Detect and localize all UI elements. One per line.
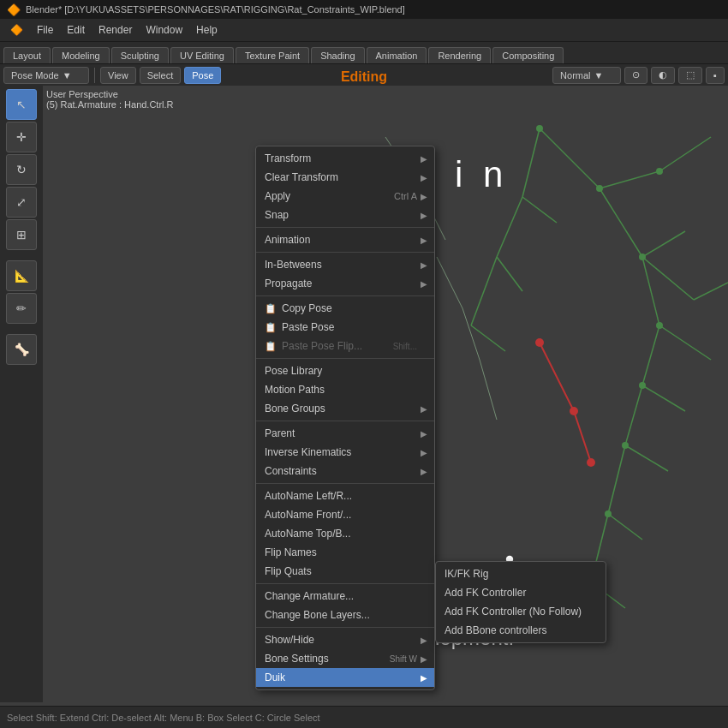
- tab-compositing[interactable]: Compositing: [492, 47, 564, 63]
- duik-submenu: IK/FK Rig Add FK Controller Add FK Contr…: [435, 561, 606, 643]
- duik-item-add-fk-no-follow[interactable]: Add FK Controller (No Follow): [436, 602, 606, 621]
- menu-divider-1: [256, 227, 434, 228]
- menu-bone-settings[interactable]: Bone Settings Shift W ▶: [256, 649, 434, 668]
- menu-flip-names[interactable]: Flip Names: [256, 543, 434, 562]
- menu-autoname-tb[interactable]: AutoName Top/B...: [256, 524, 434, 543]
- workspace-tabs: Layout Modeling Sculpting UV Editing Tex…: [0, 41, 728, 63]
- duik-item-add-fk[interactable]: Add FK Controller: [436, 583, 606, 602]
- menu-motion-paths[interactable]: Motion Paths: [256, 380, 434, 399]
- measure-tool-btn[interactable]: 📐: [6, 260, 37, 291]
- menu-snap[interactable]: Snap ▶: [256, 206, 434, 224]
- menu-bar: 🔶 File Edit Render Window Help: [0, 19, 728, 41]
- menu-clear-transform[interactable]: Clear Transform ▶: [256, 168, 434, 187]
- viewport-header: User Perspective (5) Rat.Armature : Hand…: [46, 89, 174, 110]
- editing-mode-indicator: Editing: [341, 69, 387, 85]
- menu-constraints[interactable]: Constraints ▶: [256, 462, 434, 480]
- pose-mode-btn[interactable]: Pose Mode ▼: [3, 67, 89, 84]
- toolbar-sep-1: [94, 68, 95, 83]
- svg-point-35: [535, 338, 544, 347]
- select-tool-btn[interactable]: ↖: [6, 89, 37, 120]
- menu-change-armature-layers[interactable]: Change Armature...: [256, 587, 434, 606]
- menu-paste-pose-flipped[interactable]: 📋 Paste Pose Flip... Shift...: [256, 337, 434, 355]
- menu-divider-3: [256, 295, 434, 296]
- menu-render[interactable]: Render: [92, 22, 139, 38]
- menu-autoname-fb[interactable]: AutoName Front/...: [256, 505, 434, 524]
- transform-tool-btn[interactable]: ⊞: [6, 219, 37, 250]
- normal-btn[interactable]: Normal ▼: [552, 67, 621, 84]
- duik-item-ikfk-rig[interactable]: IK/FK Rig: [436, 564, 606, 583]
- svg-point-28: [656, 322, 663, 329]
- menu-animation[interactable]: Animation ▶: [256, 230, 434, 249]
- view-btn[interactable]: View: [100, 67, 136, 84]
- select-btn[interactable]: Select: [140, 67, 182, 84]
- menu-divider-5: [256, 421, 434, 421]
- tab-uv-editing[interactable]: UV Editing: [170, 47, 234, 63]
- menu-edit[interactable]: Edit: [60, 22, 92, 38]
- object-label: (5) Rat.Armature : Hand.Ctrl.R: [46, 99, 174, 110]
- menu-autoname-lr[interactable]: AutoName Left/R...: [256, 486, 434, 505]
- tab-animation[interactable]: Animation: [367, 47, 427, 63]
- tab-shading[interactable]: Shading: [311, 47, 364, 63]
- menu-bone-groups[interactable]: Bone Groups ▶: [256, 399, 434, 418]
- menu-window[interactable]: Window: [139, 22, 189, 38]
- annotate-tool-btn[interactable]: ✏: [6, 293, 37, 324]
- menu-paste-pose[interactable]: 📋 Paste Pose: [256, 318, 434, 337]
- left-sidebar: ↖ ✛ ↻ ⤢ ⊞ 📐 ✏ 🦴: [0, 86, 43, 702]
- menu-help[interactable]: Help: [189, 22, 224, 38]
- menu-flip-quats[interactable]: Flip Quats: [256, 562, 434, 581]
- menu-inverse-kinematics[interactable]: Inverse Kinematics ▶: [256, 443, 434, 462]
- tab-sculpting[interactable]: Sculpting: [111, 47, 169, 63]
- tab-modeling[interactable]: Modeling: [52, 47, 110, 63]
- menu-divider-8: [256, 627, 434, 628]
- svg-point-27: [639, 254, 646, 260]
- menu-divider-2: [256, 252, 434, 253]
- menu-blender[interactable]: 🔶: [3, 22, 30, 38]
- menu-divider-7: [256, 583, 434, 584]
- shading-btn[interactable]: ◐: [651, 67, 675, 84]
- menu-divider-6: [256, 483, 434, 484]
- perspective-label: User Perspective: [46, 89, 174, 99]
- menu-copy-pose[interactable]: 📋 Copy Pose: [256, 299, 434, 318]
- viewport-area[interactable]: User Perspective (5) Rat.Armature : Hand…: [43, 86, 728, 702]
- viewport-shade-2[interactable]: ▪: [706, 67, 725, 84]
- svg-point-30: [622, 442, 629, 449]
- svg-point-24: [536, 125, 543, 132]
- scale-tool-btn[interactable]: ⤢: [6, 187, 37, 218]
- tab-rendering[interactable]: Rendering: [428, 47, 491, 63]
- pose-tool-btn[interactable]: 🦴: [6, 334, 37, 365]
- menu-file[interactable]: File: [30, 22, 60, 38]
- rotate-tool-btn[interactable]: ↻: [6, 154, 37, 185]
- tab-texture-paint[interactable]: Texture Paint: [236, 47, 309, 63]
- svg-point-26: [656, 168, 663, 175]
- toolbar: Pose Mode ▼ View Select Pose Editing Nor…: [0, 63, 728, 86]
- title-bar: 🔶 Blender* [D:\YUKU\ASSETS\PERSONNAGES\R…: [0, 0, 728, 19]
- menu-divider-4: [256, 358, 434, 359]
- menu-transform[interactable]: Transform ▶: [256, 149, 434, 168]
- pose-menu: Transform ▶ Clear Transform ▶ Apply Ctrl…: [255, 146, 435, 690]
- menu-show-hide[interactable]: Show/Hide ▶: [256, 630, 434, 649]
- svg-point-36: [570, 407, 578, 415]
- menu-in-betweens[interactable]: In-Betweens ▶: [256, 255, 434, 274]
- pose-btn[interactable]: Pose: [184, 67, 221, 84]
- duik-item-add-bbone[interactable]: Add BBone controllers: [436, 621, 606, 640]
- status-bar: Select Shift: Extend Ctrl: De-select Alt…: [0, 706, 728, 728]
- viewport-shade-1[interactable]: ⬚: [678, 67, 702, 84]
- menu-parent[interactable]: Parent ▶: [256, 424, 434, 443]
- menu-pose-library[interactable]: Pose Library: [256, 361, 434, 380]
- tab-layout[interactable]: Layout: [3, 47, 51, 63]
- move-tool-btn[interactable]: ✛: [6, 122, 37, 152]
- menu-duik[interactable]: Duik ▶: [256, 668, 434, 687]
- menu-propagate[interactable]: Propagate ▶: [256, 274, 434, 293]
- overlay-btn[interactable]: ⊙: [624, 67, 647, 84]
- menu-change-bone-layers[interactable]: Change Bone Layers...: [256, 606, 434, 624]
- status-text: Select Shift: Extend Ctrl: De-select Alt…: [7, 713, 320, 723]
- app-icon: 🔶: [7, 3, 21, 16]
- svg-point-29: [639, 382, 646, 389]
- window-title: Blender* [D:\YUKU\ASSETS\PERSONNAGES\RAT…: [26, 4, 405, 15]
- svg-point-31: [605, 510, 612, 517]
- svg-point-37: [587, 458, 595, 467]
- menu-apply[interactable]: Apply Ctrl A ▶: [256, 187, 434, 206]
- svg-point-25: [596, 185, 603, 192]
